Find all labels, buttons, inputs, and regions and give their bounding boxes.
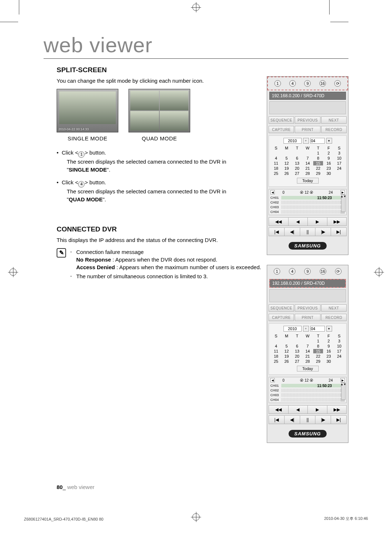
cal-day[interactable]: 18 xyxy=(271,166,281,171)
split-mode-button-16[interactable]: 16 xyxy=(319,80,326,87)
split-mode-button-16[interactable]: 16 xyxy=(320,268,326,275)
today-button[interactable]: Today xyxy=(297,366,319,371)
calendar-year[interactable]: 2010 xyxy=(283,138,302,144)
cal-day[interactable]: 26 xyxy=(282,171,291,176)
cal-day[interactable]: 22 xyxy=(313,166,323,171)
cal-day[interactable]: 13 xyxy=(292,349,302,353)
cal-day[interactable]: 30 xyxy=(324,359,334,364)
calendar-month[interactable]: 04 xyxy=(310,326,325,332)
cal-day[interactable]: 19 xyxy=(282,166,291,171)
timeline-bar[interactable] xyxy=(281,398,345,402)
timeline-next-icon[interactable]: ▶ xyxy=(340,190,345,194)
split-mode-button-1[interactable]: 1 xyxy=(274,268,280,275)
previous-button[interactable]: PREVIOUS xyxy=(295,116,320,124)
print-button[interactable]: PRINT xyxy=(295,314,320,321)
transport-button[interactable]: || xyxy=(300,228,316,236)
refresh-icon[interactable]: ⟳ xyxy=(334,80,341,87)
cal-day[interactable]: 4 xyxy=(271,344,281,348)
cal-day[interactable] xyxy=(271,339,281,343)
month-dropdown-icon[interactable]: ▾ xyxy=(326,326,332,332)
timeline-bar[interactable] xyxy=(281,393,345,397)
print-button[interactable]: PRINT xyxy=(295,126,320,133)
refresh-icon[interactable]: ⟳ xyxy=(335,268,342,275)
cal-day[interactable] xyxy=(292,339,302,343)
cal-day[interactable]: 8 xyxy=(313,156,323,160)
cal-day[interactable]: 16 xyxy=(324,349,334,353)
transport-button[interactable]: ▶ xyxy=(308,218,327,226)
cal-day[interactable]: 14 xyxy=(303,161,313,165)
cal-day[interactable] xyxy=(282,151,291,155)
cal-day[interactable]: 3 xyxy=(334,151,344,155)
transport-button[interactable]: |◀ xyxy=(269,416,285,424)
cal-day[interactable] xyxy=(282,339,291,343)
split-mode-button-1[interactable]: 1 xyxy=(274,80,281,87)
cal-day[interactable]: 7 xyxy=(303,344,313,348)
split-mode-button-9[interactable]: 9 xyxy=(304,80,311,87)
cal-day[interactable]: 24 xyxy=(334,166,344,171)
previous-button[interactable]: PREVIOUS xyxy=(295,304,320,312)
cal-day[interactable]: 12 xyxy=(282,349,291,353)
transport-button[interactable]: |◀ xyxy=(269,228,285,236)
cal-day[interactable] xyxy=(303,339,313,343)
cal-day[interactable]: 10 xyxy=(334,344,344,348)
year-spinner-icon[interactable]: ÷ xyxy=(303,138,309,144)
transport-button[interactable]: ▶ xyxy=(308,406,327,414)
cal-day[interactable]: 27 xyxy=(292,171,302,176)
timeline-bar[interactable] xyxy=(281,210,345,214)
cal-day[interactable]: 16 xyxy=(324,161,334,165)
calendar-year[interactable]: 2010 xyxy=(283,326,302,332)
transport-button[interactable]: ◀◀ xyxy=(269,406,289,414)
timeline-scrollbar[interactable]: ▲▼ xyxy=(341,382,346,400)
cal-day[interactable]: 17 xyxy=(334,349,344,353)
transport-button[interactable]: |▶ xyxy=(315,228,331,236)
transport-button[interactable]: || xyxy=(300,416,316,424)
transport-button[interactable]: ◀ xyxy=(289,218,308,226)
split-mode-button-9[interactable]: 9 xyxy=(304,268,311,275)
cal-day[interactable]: 29 xyxy=(313,171,323,176)
cal-day[interactable]: 18 xyxy=(271,354,281,358)
timeline-prev-icon[interactable]: ◀ xyxy=(270,378,275,382)
cal-day[interactable]: 1 xyxy=(313,151,323,155)
cal-day[interactable]: 8 xyxy=(313,344,323,348)
cal-day[interactable]: 27 xyxy=(292,359,302,364)
record-button[interactable]: RECORD xyxy=(321,314,347,321)
next-button[interactable]: NEXT xyxy=(321,304,347,312)
cal-day[interactable]: 7 xyxy=(303,156,313,160)
timeline-bar[interactable] xyxy=(281,384,345,387)
cal-day[interactable]: 30 xyxy=(324,171,334,176)
capture-button[interactable]: CAPTURE xyxy=(269,126,294,133)
cal-day[interactable] xyxy=(271,151,281,155)
transport-button[interactable]: ◀ xyxy=(289,406,308,414)
cal-day[interactable]: 25 xyxy=(271,359,281,364)
timeline-next-icon[interactable]: ▶ xyxy=(340,378,345,382)
cal-day[interactable]: 19 xyxy=(282,354,291,358)
cal-day[interactable]: 2 xyxy=(324,339,334,343)
cal-day[interactable]: 10 xyxy=(334,156,344,160)
cal-day[interactable]: 2 xyxy=(324,151,334,155)
today-button[interactable]: Today xyxy=(297,178,319,184)
timeline-bar[interactable] xyxy=(281,196,345,200)
sequence-button[interactable]: SEQUENCE xyxy=(269,116,294,124)
cal-day[interactable]: 6 xyxy=(292,344,302,348)
timeline-prev-icon[interactable]: ◀ xyxy=(270,190,275,194)
cal-day[interactable]: 22 xyxy=(313,354,323,358)
cal-day[interactable]: 21 xyxy=(303,354,313,358)
timeline-bar[interactable] xyxy=(281,389,345,392)
cal-day[interactable]: 1 xyxy=(313,339,323,343)
cal-day[interactable]: 9 xyxy=(324,156,334,160)
cal-day[interactable]: 4 xyxy=(271,156,281,160)
month-dropdown-icon[interactable]: ▾ xyxy=(326,138,332,144)
cal-day[interactable]: 11 xyxy=(271,349,281,353)
cal-day[interactable]: 3 xyxy=(334,339,344,343)
cal-day[interactable] xyxy=(292,151,302,155)
sequence-button[interactable]: SEQUENCE xyxy=(269,304,294,312)
cal-day[interactable] xyxy=(334,171,344,176)
cal-day[interactable] xyxy=(303,151,313,155)
transport-button[interactable]: |▶ xyxy=(315,416,331,424)
cal-day[interactable]: 11 xyxy=(271,161,281,165)
cal-day[interactable]: 13 xyxy=(292,161,302,165)
cal-day[interactable] xyxy=(334,359,344,364)
cal-day[interactable]: 12 xyxy=(282,161,291,165)
transport-button[interactable]: ◀◀ xyxy=(269,218,289,226)
transport-button[interactable]: ▶| xyxy=(331,228,346,236)
